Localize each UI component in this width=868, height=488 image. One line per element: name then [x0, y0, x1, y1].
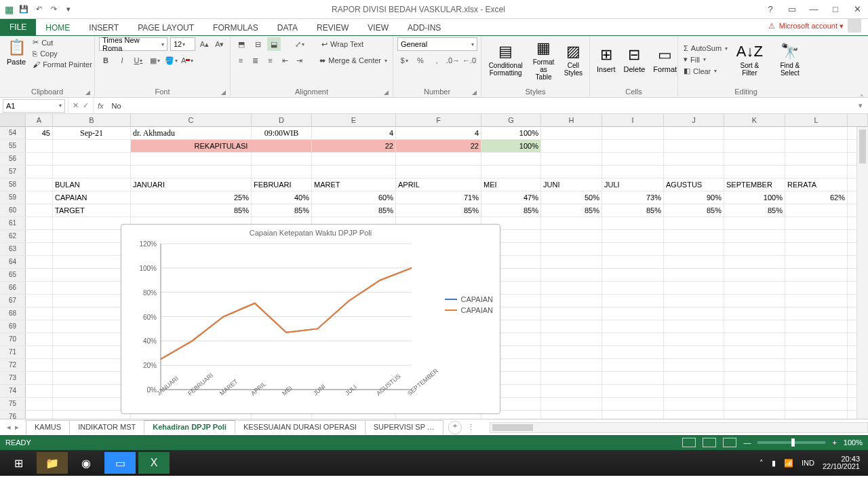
- cell-L67[interactable]: [785, 295, 848, 307]
- sheet-tab[interactable]: KAMUS: [26, 420, 70, 434]
- row-header-71[interactable]: 71: [0, 346, 26, 359]
- cell-I61[interactable]: [602, 217, 664, 230]
- cell-G57[interactable]: [481, 166, 541, 179]
- cell-J74[interactable]: [664, 385, 724, 398]
- cell-B67[interactable]: [53, 295, 131, 307]
- cell-B54[interactable]: Sep-21: [53, 127, 131, 140]
- autosum-button[interactable]: ΣAutoSum▾: [682, 43, 729, 53]
- zoom-slider[interactable]: [757, 441, 825, 444]
- cell-B64[interactable]: [53, 256, 131, 269]
- tray-clock[interactable]: 20:43 22/10/2021: [823, 455, 860, 470]
- cell-K74[interactable]: [724, 385, 785, 398]
- new-sheet-button[interactable]: +: [448, 421, 462, 434]
- cell-J54[interactable]: [664, 127, 724, 140]
- cell-F54[interactable]: 4: [396, 127, 481, 140]
- format-as-table-button[interactable]: ▦Format as Table: [528, 38, 558, 82]
- cell-K71[interactable]: [724, 346, 785, 359]
- cell-A76[interactable]: [26, 411, 53, 419]
- cell-H68[interactable]: [541, 307, 602, 320]
- cell-C57[interactable]: [131, 166, 252, 179]
- fill-button[interactable]: ▾Fill▾: [682, 54, 729, 64]
- sheet-tab[interactable]: SUPERVISI SP …: [365, 420, 443, 434]
- cell-A55[interactable]: [26, 140, 53, 153]
- dialog-launcher-icon[interactable]: ◢: [85, 89, 90, 96]
- select-all-cell[interactable]: [0, 114, 26, 127]
- insert-cells-button[interactable]: ⊞Insert: [594, 45, 618, 75]
- row-header-70[interactable]: 70: [0, 333, 26, 346]
- cell-I70[interactable]: [602, 333, 664, 346]
- cell-A63[interactable]: [26, 243, 53, 256]
- cell-C55[interactable]: REKAPITULASI: [131, 140, 312, 153]
- cell-J75[interactable]: [664, 398, 724, 411]
- sheet-tab-scroll-icon[interactable]: ⋮: [462, 423, 480, 432]
- cell-I75[interactable]: [602, 398, 664, 411]
- vertical-scrollbar[interactable]: [856, 127, 868, 419]
- cell-H75[interactable]: [541, 398, 602, 411]
- cell-A57[interactable]: [26, 166, 53, 179]
- cell-F56[interactable]: [396, 153, 481, 166]
- row-header-55[interactable]: 55: [0, 140, 26, 153]
- cell-C56[interactable]: [131, 153, 252, 166]
- row-header-61[interactable]: 61: [0, 217, 26, 230]
- align-middle-icon[interactable]: ⊟: [251, 37, 264, 51]
- cell-styles-button[interactable]: ▨Cell Styles: [561, 41, 585, 78]
- cell-D58[interactable]: FEBRUARI: [252, 179, 312, 191]
- cell-D57[interactable]: [252, 166, 312, 179]
- cell-E54[interactable]: 4: [312, 127, 396, 140]
- cell-J59[interactable]: 90%: [664, 191, 724, 204]
- tab-review[interactable]: REVIEW: [307, 20, 358, 35]
- cell-H73[interactable]: [541, 372, 602, 385]
- cell-J57[interactable]: [664, 166, 724, 179]
- cell-I71[interactable]: [602, 346, 664, 359]
- zoom-out-icon[interactable]: —: [743, 438, 751, 447]
- row-header-57[interactable]: 57: [0, 166, 26, 179]
- cell-L55[interactable]: [785, 140, 848, 153]
- cell-G59[interactable]: 47%: [481, 191, 541, 204]
- col-header-J[interactable]: J: [664, 114, 724, 127]
- cell-I65[interactable]: [602, 269, 664, 282]
- tab-home[interactable]: HOME: [36, 20, 79, 35]
- cell-B69[interactable]: [53, 320, 131, 333]
- cell-H67[interactable]: [541, 295, 602, 307]
- font-size-combo[interactable]: 12▾: [170, 37, 195, 51]
- sheet-nav-prev-icon[interactable]: ◂: [7, 423, 11, 432]
- row-header-72[interactable]: 72: [0, 359, 26, 372]
- cell-I55[interactable]: [602, 140, 664, 153]
- sheet-tab[interactable]: Kehadiran DPJP Poli: [144, 420, 235, 434]
- cell-B58[interactable]: BULAN: [53, 179, 131, 191]
- cell-K68[interactable]: [724, 307, 785, 320]
- cell-F60[interactable]: 85%: [396, 204, 481, 217]
- cell-A75[interactable]: [26, 398, 53, 411]
- cell-B56[interactable]: [53, 153, 131, 166]
- ribbon-opts-icon[interactable]: ▭: [784, 4, 800, 14]
- enter-formula-icon[interactable]: ✓: [83, 101, 89, 110]
- cell-H56[interactable]: [541, 153, 602, 166]
- cell-F57[interactable]: [396, 166, 481, 179]
- col-header-E[interactable]: E: [312, 114, 396, 127]
- cell-G55[interactable]: 100%: [481, 140, 541, 153]
- row-header-54[interactable]: 54: [0, 127, 26, 140]
- cell-B74[interactable]: [53, 385, 131, 398]
- cell-L73[interactable]: [785, 372, 848, 385]
- copy-button[interactable]: ⎘Copy: [31, 49, 94, 58]
- align-left-icon[interactable]: ≡: [235, 54, 247, 67]
- taskbar-explorer-icon[interactable]: 📁: [37, 452, 68, 474]
- cell-B75[interactable]: [53, 398, 131, 411]
- cell-A66[interactable]: [26, 282, 53, 295]
- cell-I54[interactable]: [602, 127, 664, 140]
- close-icon[interactable]: ✕: [849, 4, 865, 14]
- cell-D56[interactable]: [252, 153, 312, 166]
- border-button[interactable]: ▦▾: [148, 54, 161, 67]
- cell-H58[interactable]: JUNI: [541, 179, 602, 191]
- cell-K65[interactable]: [724, 269, 785, 282]
- col-header-C[interactable]: C: [131, 114, 252, 127]
- row-header-59[interactable]: 59: [0, 191, 26, 204]
- undo-icon[interactable]: ↶: [33, 3, 45, 16]
- cell-K56[interactable]: [724, 153, 785, 166]
- cell-G56[interactable]: [481, 153, 541, 166]
- decrease-indent-icon[interactable]: ⇤: [279, 54, 291, 67]
- account-warning[interactable]: ⚠ Microsoft account ▾: [762, 16, 868, 35]
- merge-center-button[interactable]: ⬌Merge & Center▾: [318, 56, 389, 66]
- sheet-nav-next-icon[interactable]: ▸: [15, 423, 19, 432]
- cell-J70[interactable]: [664, 333, 724, 346]
